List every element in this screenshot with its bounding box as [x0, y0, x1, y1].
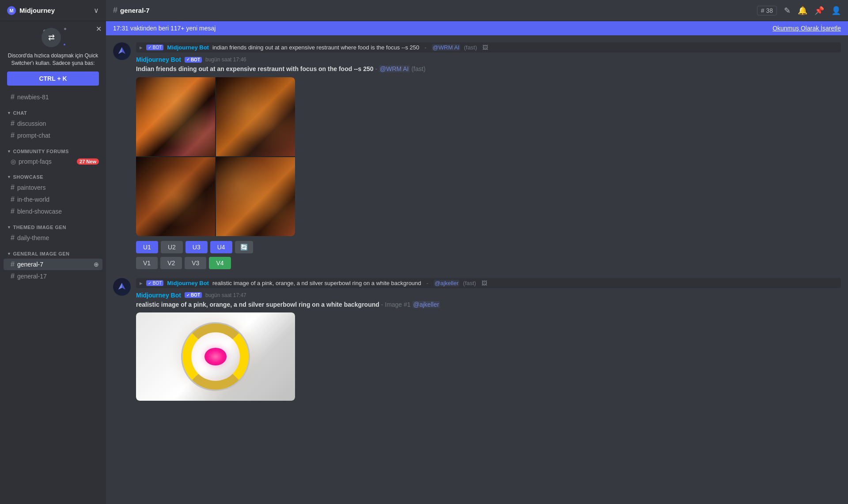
u3-button[interactable]: U3 [186, 241, 208, 253]
pin-icon[interactable]: 📌 [814, 6, 824, 15]
message-group-1: ▸ ✓ BOT Midjourney Bot indian friends di… [113, 42, 841, 269]
sidebar-item-blend-showcase[interactable]: # blend-showcase [4, 206, 102, 217]
v1-button[interactable]: V1 [136, 257, 158, 269]
bot-tag-1: ✓ BOT [185, 57, 202, 63]
username-mj-2[interactable]: Midjourney Bot [136, 292, 181, 299]
prompt-text-2: realistic image of a pink, orange, a nd … [136, 301, 379, 308]
hash-icon-sm: # [761, 7, 765, 14]
tooltip-text: Discord'da hızlıca dolaşmak için Quick S… [7, 52, 99, 67]
header-hash-icon: # [113, 6, 117, 15]
mention-wrmAI-1: @WRM AI [432, 44, 461, 51]
category-arrow-general: ▼ [7, 252, 11, 256]
u4-button[interactable]: U4 [210, 241, 232, 253]
message-header-1: Midjourney Bot ✓ BOT bugün saat 17:46 [136, 56, 841, 63]
img-quad-1 [136, 77, 215, 156]
members-icon[interactable]: 👤 [831, 6, 841, 15]
bot-username-ref-2: Midjourney Bot [167, 280, 209, 286]
message-left-1 [113, 42, 131, 269]
sidebar-item-prompt-faqs[interactable]: ◎ prompt-faqs 27 New [4, 156, 102, 167]
message-left-2 [113, 278, 131, 402]
avatar-mj-2 [113, 278, 131, 296]
fast-label-1: (fast) [411, 65, 425, 72]
image-icon-1: 🖼 [482, 44, 488, 51]
prompt-text-1: Indian friends dining out at an expensiv… [136, 65, 374, 72]
img-quad-2 [216, 77, 295, 156]
command-ref-1: ▸ ✓ BOT Midjourney Bot indian friends di… [136, 42, 841, 53]
fast-tag-2: (fast) [463, 280, 476, 286]
sidebar: M Midjourney ∨ ✕ ⇄ Discord'da hızlıca do… [0, 0, 106, 504]
bell-icon[interactable]: 🔔 [798, 6, 807, 15]
hash-icon: # [11, 120, 15, 128]
generated-image-dining [136, 77, 295, 236]
mention-ajkeller-msg: @ajkeller [413, 301, 440, 308]
sidebar-item-newbies-81[interactable]: # newbies-81 [4, 91, 102, 103]
cmd-text-2: realistic image of a pink, orange, a nd … [212, 280, 421, 286]
image-actions-row2: V1 V2 V3 V4 [136, 257, 841, 269]
sidebar-item-in-the-world[interactable]: # in-the-world [4, 194, 102, 205]
u1-button[interactable]: U1 [136, 241, 158, 253]
main-content: # general-7 # 38 ✎ 🔔 📌 👤 17:31 vaktinden… [106, 0, 848, 504]
server-header[interactable]: M Midjourney ∨ [0, 0, 106, 21]
mark-read-button[interactable]: Okunmuş Olarak İşaretle [772, 25, 841, 32]
bot-tag-inline-1: ✓ BOT [146, 45, 163, 50]
v2-button[interactable]: V2 [160, 257, 182, 269]
category-arrow-chat: ▼ [7, 111, 11, 115]
sidebar-item-paintovers[interactable]: # paintovers [4, 182, 102, 193]
img-quad-4 [216, 157, 295, 236]
command-ref-2: ▸ ✓ BOT Midjourney Bot realistic image o… [136, 278, 841, 288]
fast-tag-1: (fast) [464, 44, 477, 51]
img-quad-3 [136, 157, 215, 236]
hash-icon: # [11, 196, 15, 203]
messages-area[interactable]: ▸ ✓ BOT Midjourney Bot indian friends di… [106, 35, 848, 504]
hash-icon: # [11, 234, 15, 242]
category-chat[interactable]: ▼ CHAT [0, 103, 106, 117]
bot-tag-inline-2: ✓ BOT [146, 280, 163, 286]
sidebar-item-prompt-chat[interactable]: # prompt-chat [4, 130, 102, 141]
edit-icon[interactable]: ✎ [784, 6, 791, 15]
dot-br [63, 43, 66, 46]
tooltip-box: ✕ ⇄ Discord'da hızlıca dolaşmak için Qui… [0, 21, 106, 91]
sidebar-item-general-7[interactable]: # general-7 ⊕ [4, 259, 102, 270]
category-arrow-themed: ▼ [7, 225, 11, 229]
category-arrow-showcase: ▼ [7, 175, 11, 179]
ring-generated-image [136, 312, 295, 401]
hash-icon: # [11, 260, 15, 268]
tooltip-arrows: ⇄ [7, 26, 99, 49]
category-showcase[interactable]: ▼ SHOWCASE [0, 167, 106, 181]
sidebar-item-daily-theme[interactable]: # daily-theme [4, 232, 102, 244]
hash-icon: # [11, 184, 15, 192]
hash-icon: # [11, 93, 15, 101]
category-community-forums[interactable]: ▼ COMMUNiTY FORUMS [0, 142, 106, 156]
bot-tag-2: ✓ BOT [185, 292, 202, 298]
u2-button[interactable]: U2 [161, 241, 183, 253]
category-general-image-gen[interactable]: ▼ GENERAL IMAGE GEN [0, 244, 106, 258]
sidebar-item-general-17[interactable]: # general-17 [4, 271, 102, 282]
separator: - [424, 44, 426, 51]
image-container-ring [136, 312, 295, 401]
server-name: M Midjourney [7, 6, 55, 15]
chevron-down-icon: ∨ [94, 6, 99, 15]
add-member-icon[interactable]: ⊕ [94, 261, 99, 268]
new-badge: 27 New [77, 158, 99, 165]
sidebar-item-discussion[interactable]: # discussion [4, 118, 102, 129]
cmd-separator-2: - [427, 280, 428, 286]
dash-separator-2: - Image #1 [381, 301, 413, 308]
hash-icon: # [11, 207, 15, 215]
message-text-2: realistic image of a pink, orange, a nd … [136, 301, 841, 309]
username-mj-1[interactable]: Midjourney Bot [136, 56, 181, 63]
message-content-2: ▸ ✓ BOT Midjourney Bot realistic image o… [136, 278, 841, 402]
category-themed-image-gen[interactable]: ▼ THEMED IMAGE GEN [0, 218, 106, 232]
v3-button[interactable]: V3 [185, 257, 206, 269]
dash-separator: - [375, 65, 379, 72]
hash-icon: # [11, 132, 15, 139]
server-icon: M [7, 6, 16, 15]
refresh-button[interactable]: 🔄 [235, 241, 253, 253]
banner-text: 17:31 vaktinden beri 117+ yeni mesaj [113, 25, 216, 32]
channel-header: # general-7 # 38 ✎ 🔔 📌 👤 [106, 0, 848, 21]
arrow-circle: ⇄ [42, 28, 61, 47]
v4-button[interactable]: V4 [209, 257, 231, 269]
image-icon-2: 🖼 [481, 280, 487, 286]
avatar-mj-1 [113, 42, 131, 60]
bot-username-ref-1: Midjourney Bot [167, 44, 209, 51]
ctrl-k-button[interactable]: CTRL + K [7, 71, 99, 86]
